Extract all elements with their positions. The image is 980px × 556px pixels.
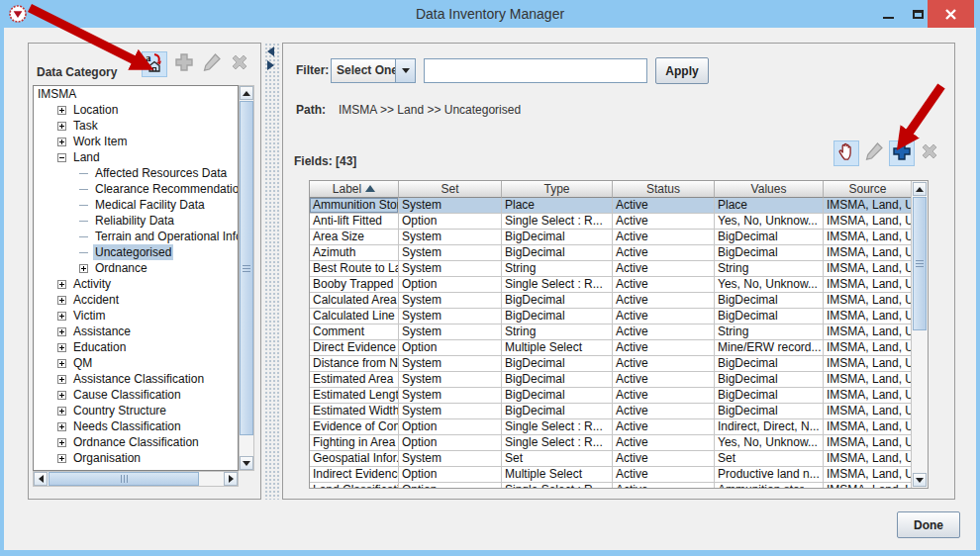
filter-input[interactable]: [424, 58, 647, 83]
tree-item[interactable]: Work Item: [34, 134, 238, 149]
tree-item[interactable]: Country Structure: [34, 403, 238, 418]
scroll-left-button[interactable]: [34, 472, 48, 486]
expand-icon[interactable]: [57, 327, 66, 336]
expand-icon[interactable]: [57, 438, 66, 447]
expand-icon[interactable]: [57, 296, 66, 305]
table-row[interactable]: Evidence of Cont...OptionSingle Select :…: [310, 419, 928, 435]
rename-category-button[interactable]: a: [142, 51, 167, 77]
expand-icon[interactable]: [57, 422, 66, 431]
table-row[interactable]: Calculated AreaSystemBigDecimalActiveBig…: [310, 293, 928, 309]
tree-item[interactable]: IMSMA: [34, 86, 238, 102]
table-row[interactable]: Fighting in AreaOptionSingle Select : R.…: [310, 435, 928, 451]
scroll-down-button[interactable]: [913, 473, 927, 487]
table-row[interactable]: Direct EvidenceOptionMultiple SelectActi…: [310, 340, 928, 356]
scroll-up-button[interactable]: [913, 182, 927, 196]
table-row[interactable]: Booby TrappedOptionSingle Select : R...A…: [310, 277, 928, 293]
tree-item[interactable]: Clearance Recommendation D: [34, 181, 238, 197]
table-row[interactable]: Anti-lift FittedOptionSingle Select : R.…: [310, 214, 928, 230]
done-button[interactable]: Done: [897, 511, 960, 538]
column-header-label[interactable]: Label: [310, 181, 399, 198]
table-row[interactable]: Distance from Ne...SystemBigDecimalActiv…: [310, 356, 928, 372]
tree-item[interactable]: Cause Classification: [34, 387, 238, 403]
table-cell: Active: [613, 388, 715, 404]
table-row[interactable]: Geospatial Infor...SystemSetActiveSetIMS…: [310, 451, 928, 467]
tree-item[interactable]: Accident: [34, 292, 238, 308]
scroll-thumb[interactable]: [913, 197, 927, 330]
tree-item[interactable]: Task: [34, 118, 238, 134]
tree-item[interactable]: Assistance Classification: [34, 371, 238, 387]
expand-icon[interactable]: [57, 312, 66, 321]
titlebar[interactable]: Data Inventory Manager: [0, 0, 980, 28]
scroll-thumb[interactable]: [49, 472, 199, 486]
tree-item[interactable]: Reliability Data: [34, 213, 238, 229]
collapse-icon[interactable]: [57, 153, 66, 162]
column-header-values[interactable]: Values: [715, 181, 824, 198]
filter-dropdown[interactable]: Select One: [331, 58, 416, 83]
collapse-left-icon[interactable]: [267, 46, 274, 56]
table-row[interactable]: AzimuthSystemBigDecimalActiveBigDecimalI…: [310, 245, 928, 261]
tree-item[interactable]: Medical Facility Data: [34, 197, 238, 213]
expand-icon[interactable]: [57, 375, 66, 384]
table-row[interactable]: Area SizeSystemBigDecimalActiveBigDecima…: [310, 230, 928, 245]
table-row[interactable]: Ammunition Stor...SystemPlaceActivePlace…: [310, 198, 928, 214]
tree-item[interactable]: Victim: [34, 308, 238, 324]
collapse-right-icon[interactable]: [267, 60, 274, 70]
tree-item[interactable]: Assistance: [34, 324, 238, 339]
scroll-up-button[interactable]: [240, 86, 253, 100]
expand-icon[interactable]: [57, 280, 66, 289]
tree-item[interactable]: Land: [34, 149, 238, 165]
panel-splitter[interactable]: [264, 43, 279, 500]
tree-item[interactable]: Education: [34, 339, 238, 355]
table-row[interactable]: Calculated Line L...SystemBigDecimalActi…: [310, 309, 928, 324]
tree-item[interactable]: QM: [34, 355, 238, 371]
table-row[interactable]: Estimated WidthSystemBigDecimalActiveBig…: [310, 404, 928, 419]
table-cell: Single Select : R...: [502, 419, 613, 435]
dropdown-button[interactable]: [395, 59, 415, 82]
tree-item[interactable]: Ordnance Classification: [34, 434, 238, 450]
scroll-thumb[interactable]: [240, 101, 253, 435]
table-cell: Estimated Width: [310, 404, 399, 419]
tree-item[interactable]: Terrain and Operational Inform: [34, 229, 238, 244]
expand-icon[interactable]: [57, 454, 66, 463]
table-row[interactable]: Estimated AreaSystemBigDecimalActiveBigD…: [310, 372, 928, 388]
expand-icon[interactable]: [57, 122, 66, 131]
column-header-type[interactable]: Type: [502, 181, 613, 198]
table-cell: BigDecimal: [502, 356, 613, 372]
column-header-source[interactable]: Source: [824, 181, 913, 198]
table-row[interactable]: Best Route to LandSystemStringActiveStri…: [310, 261, 928, 277]
table-row[interactable]: Land Classificati...OptionSingle Select …: [310, 483, 928, 489]
expand-icon[interactable]: [57, 106, 66, 115]
tree-horizontal-scrollbar[interactable]: [33, 471, 239, 487]
column-header-set[interactable]: Set: [399, 181, 502, 198]
hand-button[interactable]: [833, 140, 859, 166]
tree-item[interactable]: Ordnance: [34, 260, 238, 276]
tree-item[interactable]: Needs Classification: [34, 418, 238, 434]
delete-button: [229, 53, 250, 75]
tree-item[interactable]: Affected Resources Data: [34, 165, 238, 181]
table-row[interactable]: Estimated LengthSystemBigDecimalActiveBi…: [310, 388, 928, 404]
scroll-down-button[interactable]: [240, 456, 253, 470]
tree-item[interactable]: Uncategorised: [34, 244, 238, 260]
table-row[interactable]: Indirect EvidenceOptionMultiple SelectAc…: [310, 467, 928, 483]
maximize-icon: [913, 10, 924, 19]
expand-icon[interactable]: [57, 343, 66, 352]
table-row[interactable]: CommentSystemStringActiveStringIMSMA, La…: [310, 324, 928, 340]
expand-icon[interactable]: [79, 264, 88, 273]
expand-icon[interactable]: [57, 359, 66, 368]
apply-button[interactable]: Apply: [655, 57, 709, 84]
table-cell: BigDecimal: [715, 388, 824, 404]
expand-icon[interactable]: [57, 391, 66, 400]
scroll-right-button[interactable]: [224, 472, 238, 486]
expand-icon[interactable]: [57, 138, 66, 146]
tree-vertical-scrollbar[interactable]: [239, 85, 254, 471]
table-cell: BigDecimal: [715, 245, 824, 261]
column-header-status[interactable]: Status: [613, 181, 715, 198]
tree-item[interactable]: Location: [34, 102, 238, 118]
expand-icon[interactable]: [57, 407, 66, 416]
minimize-button[interactable]: [875, 0, 901, 28]
table-vertical-scrollbar[interactable]: [911, 181, 928, 488]
tree-item[interactable]: Organisation: [34, 450, 238, 466]
tree-item[interactable]: Activity: [34, 276, 238, 292]
add-button[interactable]: [889, 140, 915, 166]
close-button[interactable]: [928, 0, 974, 28]
